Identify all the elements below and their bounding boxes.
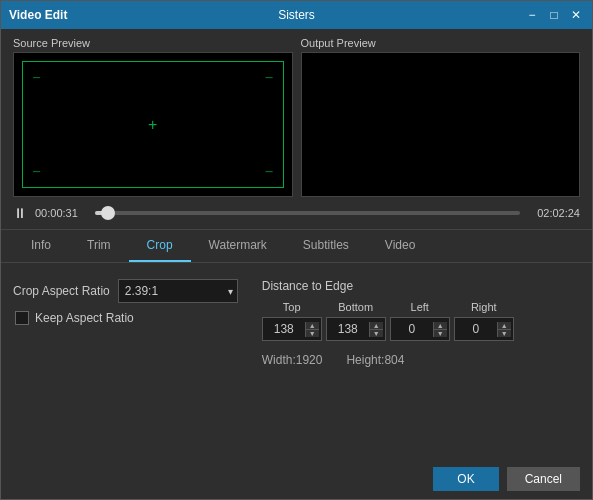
corner-br-icon: ─ — [265, 166, 272, 177]
left-spin-btns: ▲ ▼ — [433, 322, 447, 337]
keep-aspect-ratio-checkbox[interactable] — [15, 311, 29, 325]
width-text: Width:1920 — [262, 353, 323, 367]
right-spin-btns: ▲ ▼ — [497, 322, 511, 337]
left-spin-up[interactable]: ▲ — [434, 322, 447, 330]
main-window: Video Edit Sisters − □ ✕ Source Preview … — [0, 0, 593, 500]
source-preview-box: ─ ─ ─ ─ + — [13, 52, 293, 197]
aspect-ratio-select-wrapper: 2.39:1 — [118, 279, 238, 303]
top-col: Top ▲ ▼ — [262, 301, 322, 341]
top-spin-btns: ▲ ▼ — [305, 322, 319, 337]
corner-tr-icon: ─ — [265, 72, 272, 83]
crop-row: Crop Aspect Ratio 2.39:1 Keep Aspect Rat… — [13, 279, 580, 367]
bottom-label: Bottom — [326, 301, 386, 313]
bottom-spin-btns: ▲ ▼ — [369, 322, 383, 337]
source-preview-panel: Source Preview ─ ─ ─ ─ + — [13, 37, 293, 197]
footer: OK Cancel — [1, 459, 592, 499]
crosshair-icon: + — [148, 117, 157, 133]
top-input-wrapper: ▲ ▼ — [262, 317, 322, 341]
crop-left: Crop Aspect Ratio 2.39:1 Keep Aspect Rat… — [13, 279, 238, 325]
timeline-thumb[interactable] — [101, 206, 115, 220]
corner-tl-icon: ─ — [33, 72, 40, 83]
right-input-wrapper: ▲ ▼ — [454, 317, 514, 341]
close-button[interactable]: ✕ — [568, 9, 584, 21]
tab-info[interactable]: Info — [13, 230, 69, 262]
ok-button[interactable]: OK — [433, 467, 498, 491]
left-spin-down[interactable]: ▼ — [434, 330, 447, 337]
right-col: Right ▲ ▼ — [454, 301, 514, 341]
output-preview-box — [301, 52, 581, 197]
minimize-button[interactable]: − — [524, 9, 540, 21]
output-preview-label: Output Preview — [301, 37, 581, 49]
cancel-button[interactable]: Cancel — [507, 467, 580, 491]
tab-video[interactable]: Video — [367, 230, 433, 262]
left-input[interactable] — [391, 322, 433, 336]
left-label: Left — [390, 301, 450, 313]
bottom-input-wrapper: ▲ ▼ — [326, 317, 386, 341]
left-col: Left ▲ ▼ — [390, 301, 450, 341]
app-title: Video Edit — [9, 8, 67, 22]
right-input[interactable] — [455, 322, 497, 336]
top-label: Top — [262, 301, 322, 313]
keep-aspect-ratio-row: Keep Aspect Ratio — [15, 311, 238, 325]
maximize-button[interactable]: □ — [546, 9, 562, 21]
tab-watermark[interactable]: Watermark — [191, 230, 285, 262]
output-preview-panel: Output Preview — [301, 37, 581, 197]
right-spin-down[interactable]: ▼ — [498, 330, 511, 337]
bottom-spin-up[interactable]: ▲ — [370, 322, 383, 330]
height-text: Height:804 — [346, 353, 404, 367]
title-bar: Video Edit Sisters − □ ✕ — [1, 1, 592, 29]
aspect-ratio-label: Crop Aspect Ratio — [13, 284, 110, 298]
top-input[interactable] — [263, 322, 305, 336]
top-spin-down[interactable]: ▼ — [306, 330, 319, 337]
preview-area: Source Preview ─ ─ ─ ─ + Output Preview — [1, 29, 592, 201]
left-input-wrapper: ▲ ▼ — [390, 317, 450, 341]
corner-bl-icon: ─ — [33, 166, 40, 177]
edge-columns: Top ▲ ▼ Bottom — [262, 301, 580, 341]
distance-to-edge-label: Distance to Edge — [262, 279, 580, 293]
aspect-ratio-select[interactable]: 2.39:1 — [118, 279, 238, 303]
total-time: 02:02:24 — [528, 207, 580, 219]
bottom-input[interactable] — [327, 322, 369, 336]
file-name: Sisters — [278, 8, 315, 22]
tab-crop[interactable]: Crop — [129, 230, 191, 262]
top-spin-up[interactable]: ▲ — [306, 322, 319, 330]
source-frame: ─ ─ ─ ─ + — [22, 61, 284, 188]
bottom-spin-down[interactable]: ▼ — [370, 330, 383, 337]
tab-trim[interactable]: Trim — [69, 230, 129, 262]
timeline-area: ⏸ 00:00:31 02:02:24 — [1, 205, 592, 221]
source-preview-label: Source Preview — [13, 37, 293, 49]
crop-right: Distance to Edge Top ▲ ▼ — [262, 279, 580, 367]
bottom-col: Bottom ▲ ▼ — [326, 301, 386, 341]
play-pause-button[interactable]: ⏸ — [13, 205, 27, 221]
aspect-ratio-row: Crop Aspect Ratio 2.39:1 — [13, 279, 238, 303]
window-controls: − □ ✕ — [524, 9, 584, 21]
right-label: Right — [454, 301, 514, 313]
tab-subtitles[interactable]: Subtitles — [285, 230, 367, 262]
content-area: Crop Aspect Ratio 2.39:1 Keep Aspect Rat… — [1, 263, 592, 459]
keep-aspect-ratio-label: Keep Aspect Ratio — [35, 311, 134, 325]
tabs-area: Info Trim Crop Watermark Subtitles Video — [1, 230, 592, 263]
current-time: 00:00:31 — [35, 207, 87, 219]
timeline-track[interactable] — [95, 211, 520, 215]
right-spin-up[interactable]: ▲ — [498, 322, 511, 330]
dimensions-row: Width:1920 Height:804 — [262, 353, 580, 367]
